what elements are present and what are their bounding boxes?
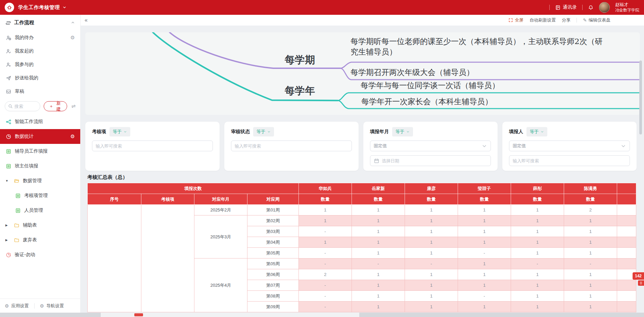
value-cell: 1 bbox=[352, 205, 405, 215]
fullscreen-button[interactable]: 全屏 bbox=[508, 17, 523, 23]
value-cell: - bbox=[299, 259, 352, 269]
mindmap-node-year[interactable]: 每学年 bbox=[285, 84, 315, 98]
vertical-scrollbar[interactable] bbox=[639, 61, 642, 134]
report-month-date-input[interactable] bbox=[382, 158, 487, 163]
swap-icon[interactable]: ⇌ bbox=[71, 103, 76, 109]
new-button[interactable]: ＋新建 bbox=[44, 101, 67, 111]
sidebar-item-data-management[interactable]: ▼数据管理 bbox=[0, 173, 80, 188]
sidebar-footer: ⚙应用设置⚙导航设置 bbox=[0, 299, 80, 313]
assessment-summary-table: 填报次数华如兵岳家新康彦莹甜子薛彤陈满勇序号考核项对应年月对应周数量数量数量数量… bbox=[87, 183, 636, 312]
reporter-search-field[interactable] bbox=[509, 155, 630, 166]
sidebar-item-counselor-work-report[interactable]: 辅导员工作填报 bbox=[0, 144, 80, 159]
nav-settings-button[interactable]: ⚙导航设置 bbox=[40, 303, 64, 309]
footer-divider bbox=[34, 303, 35, 309]
chevron-down-icon bbox=[481, 143, 487, 149]
value-cell: 1 bbox=[352, 291, 405, 302]
share-button[interactable]: 分享 bbox=[562, 17, 570, 23]
filter-card-report-month: 填报年月等于固定值 bbox=[363, 122, 498, 171]
app-settings-button[interactable]: ⚙应用设置 bbox=[5, 303, 29, 309]
mindmap-leaf-year-2[interactable]: 每学年开一次家长会（本科生辅导员） bbox=[361, 96, 493, 107]
form-icon bbox=[5, 149, 11, 154]
sidebar-item-assessment-item-management[interactable]: 考核项管理 bbox=[0, 188, 80, 203]
value-cell: 1 bbox=[405, 248, 458, 259]
user-avatar[interactable] bbox=[599, 2, 610, 13]
report-month-value-select[interactable]: 固定值 bbox=[370, 141, 491, 151]
value-cell-partial bbox=[617, 291, 636, 302]
value-cell: 1 bbox=[511, 215, 564, 226]
app-switcher-chevron-icon[interactable] bbox=[62, 5, 66, 9]
week-cell: 第08周 bbox=[247, 291, 299, 302]
value-cell: 1 bbox=[458, 237, 511, 248]
value-cell: 1 bbox=[405, 269, 458, 280]
operator-dropdown[interactable]: 等于 bbox=[109, 127, 130, 136]
notification-badge[interactable]: 142 bbox=[633, 272, 644, 280]
mindmap-leaf-semester-2[interactable]: 每学期召开两次年级大会（辅导员） bbox=[351, 67, 474, 78]
sidebar-header: 工作流程 bbox=[0, 15, 80, 30]
fullscreen-icon bbox=[508, 18, 513, 23]
value-cell: 1 bbox=[352, 269, 405, 280]
sidebar-item-label: 我参与的 bbox=[15, 62, 34, 68]
notification-badge-secondary[interactable]: 0 bbox=[638, 280, 644, 286]
gear-icon[interactable]: ⚙ bbox=[71, 133, 75, 140]
mindmap-leaf-semester-1[interactable]: 每学期听每一位老师的课至少一次（本科辅导员），主动联系导师2次（研 究生辅导员） bbox=[351, 36, 603, 57]
sidebar-item-label: 数据管理 bbox=[23, 178, 42, 184]
mindmap-panel[interactable]: 每学期 每学年 每学期听每一位老师的课至少一次（本科辅导员），主动联系导师2次（… bbox=[85, 32, 640, 115]
assessment-item-search-field[interactable] bbox=[92, 141, 213, 151]
edit-dashboard-button[interactable]: ✎ 编辑仪表盘 bbox=[583, 17, 610, 23]
assessment-item-search-input[interactable] bbox=[96, 144, 209, 149]
filter-row: 考核项等于审核状态等于填报年月等于固定值填报人等于固定值 bbox=[85, 122, 637, 171]
sidebar-item-smart-workflow-group[interactable]: 智能工作流组 bbox=[0, 114, 80, 129]
sidebar-item-data-statistics[interactable]: 数据统计⚙ bbox=[0, 129, 80, 144]
summary-table[interactable]: 填报次数华如兵岳家新康彦莹甜子薛彤陈满勇序号考核项对应年月对应周数量数量数量数量… bbox=[87, 183, 636, 312]
sidebar-item-my-participated[interactable]: 我参与的 bbox=[0, 58, 80, 71]
app-window: 学生工作考核管理 通讯录 赵福才 冶金数字学院 工作流程 bbox=[0, 0, 644, 317]
value-cell: 1 bbox=[564, 226, 617, 237]
filter-label: 审核状态 bbox=[231, 129, 250, 135]
horizontal-scrollbar[interactable] bbox=[0, 313, 644, 317]
caret-right-icon[interactable]: ▶ bbox=[5, 238, 10, 242]
week-cell: 第02周 bbox=[247, 215, 299, 226]
sidebar-item-my-initiated[interactable]: 我发起的 bbox=[0, 44, 80, 58]
gear-icon[interactable]: ⚙ bbox=[71, 35, 75, 41]
value-cell: 1 bbox=[511, 226, 564, 237]
report-month-date-picker[interactable] bbox=[370, 155, 491, 166]
sidebar-item-verify-do-not-touch[interactable]: 验证-勿动 bbox=[0, 247, 80, 262]
column-header: 考核项 bbox=[141, 194, 194, 205]
notifications-button[interactable] bbox=[588, 5, 594, 10]
auto-refresh-button[interactable]: 自动刷新设置 bbox=[530, 17, 556, 23]
home-icon[interactable] bbox=[5, 3, 14, 12]
caret-down-icon[interactable]: ▼ bbox=[5, 179, 10, 183]
reporter-search-input[interactable] bbox=[513, 158, 626, 163]
sidebar-item-cc-to-me[interactable]: 抄送给我的 bbox=[0, 71, 80, 85]
contacts-button[interactable]: 通讯录 bbox=[555, 4, 577, 10]
sidebar-item-head-teacher-report[interactable]: 班主任填报 bbox=[0, 159, 80, 173]
chevron-down-icon bbox=[620, 143, 626, 149]
operator-dropdown[interactable]: 等于 bbox=[253, 127, 274, 136]
sidebar-item-my-todo[interactable]: 我的待办⚙ bbox=[0, 31, 80, 44]
mindmap-node-semester[interactable]: 每学期 bbox=[285, 53, 315, 67]
sidebar-item-discarded-table[interactable]: ▶废弃表 bbox=[0, 233, 80, 247]
review-status-search-field[interactable] bbox=[231, 141, 352, 151]
operator-dropdown[interactable]: 等于 bbox=[526, 127, 547, 136]
filter-card-review-status: 审核状态等于 bbox=[224, 122, 359, 171]
filter-card-assessment-item: 考核项等于 bbox=[85, 122, 220, 171]
value-cell: 1 bbox=[458, 205, 511, 215]
sidebar-item-auxiliary-table[interactable]: ▶辅助表 bbox=[0, 218, 80, 233]
sidebar-item-drafts[interactable]: 草稿 bbox=[0, 85, 80, 98]
user-info[interactable]: 赵福才 冶金数字学院 bbox=[615, 2, 639, 12]
value-cell: 1 bbox=[511, 269, 564, 280]
column-header-partial bbox=[617, 194, 636, 205]
caret-right-icon[interactable]: ▶ bbox=[5, 224, 10, 227]
mindmap-leaf-year-1[interactable]: 每学年与每一位同学谈一次话（辅导员） bbox=[361, 80, 500, 91]
chevron-down-icon bbox=[406, 130, 410, 133]
chevron-up-icon[interactable] bbox=[71, 21, 75, 25]
collapse-sidebar-icon[interactable]: « bbox=[83, 17, 89, 23]
top-app-bar: 学生工作考核管理 通讯录 赵福才 冶金数字学院 bbox=[0, 0, 644, 15]
sidebar-item-personnel-management[interactable]: 人员管理 bbox=[0, 203, 80, 218]
filter-label: 考核项 bbox=[92, 129, 106, 135]
value-cell: - bbox=[458, 248, 511, 259]
operator-dropdown[interactable]: 等于 bbox=[392, 127, 413, 136]
reporter-value-select[interactable]: 固定值 bbox=[509, 141, 630, 151]
value-cell-partial bbox=[617, 280, 636, 291]
review-status-search-input[interactable] bbox=[235, 144, 348, 149]
